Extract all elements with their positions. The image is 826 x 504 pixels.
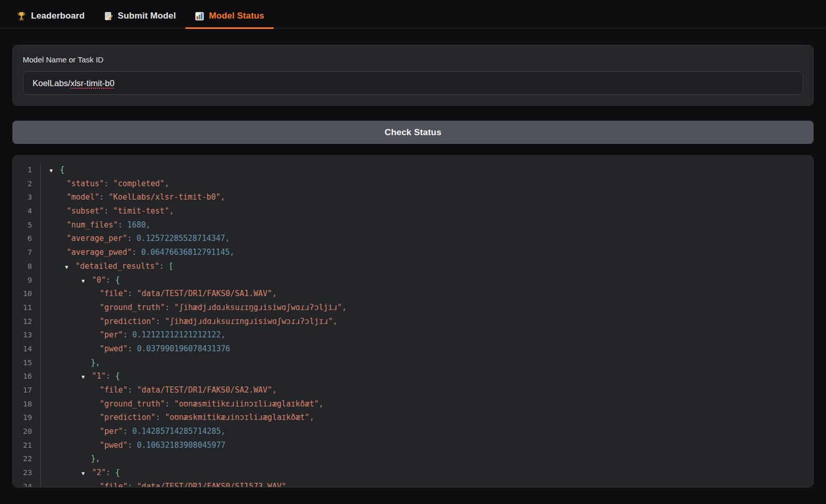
bar-chart-icon: [195, 11, 204, 21]
line-number: 8: [13, 259, 40, 273]
main-content: Model Name or Task ID KoelLabs/xlsr-timi…: [0, 45, 826, 487]
memo-icon: [103, 11, 113, 21]
json-line: 4"subset": "timit-test",: [13, 204, 813, 218]
tab-model-status-label: Model Status: [209, 11, 264, 21]
line-number: 7: [13, 246, 40, 259]
json-line: 17"file": "data/TEST/DR1/FAKS0/SA2.WAV",: [13, 383, 813, 397]
json-line: 11"ground_truth": "ʃihædjɹdɑɹksuɾɪŋgɹisi…: [13, 301, 813, 315]
json-line: 14"pwed": 0.037990196078431376: [13, 342, 813, 356]
tab-leaderboard-label: Leaderboard: [31, 11, 85, 21]
json-line: 24"file": "data/TEST/DR1/FAKS0/SI1573.WA…: [13, 480, 813, 487]
json-line: 19"prediction": "oʊnæskmitikæɹinɔɪliɹægl…: [13, 411, 813, 425]
json-line: 18"ground_truth": "oʊnæsmitikɛɹiinɔɪliɹæ…: [13, 397, 813, 411]
model-input-label: Model Name or Task ID: [23, 55, 803, 64]
line-number: 11: [13, 301, 40, 315]
line-number: 10: [13, 287, 40, 301]
json-line: 12"prediction": "ʃihædjɹdɑɹksuɾɪngɹisiwɑ…: [13, 315, 813, 329]
line-number: 13: [13, 328, 40, 342]
json-line: 22},: [13, 452, 813, 466]
collapse-triangle-icon[interactable]: ▼: [82, 274, 92, 287]
json-line: 23▼"2": {: [13, 466, 813, 480]
line-number: 2: [13, 177, 40, 191]
tab-submit-model-label: Submit Model: [118, 11, 176, 21]
line-number: 21: [13, 438, 40, 452]
line-number: 4: [13, 204, 40, 218]
collapse-triangle-icon[interactable]: ▼: [82, 467, 92, 480]
json-line: 7"average_pwed": 0.06476636812791145,: [13, 246, 813, 259]
line-number: 20: [13, 425, 40, 438]
json-line: 15},: [13, 356, 813, 370]
line-number: 16: [13, 369, 40, 383]
json-line: 6"average_per": 0.12572285528714347,: [13, 232, 813, 246]
json-line: 13"per": 0.12121212121212122,: [13, 328, 813, 342]
check-status-button[interactable]: Check Status: [12, 121, 814, 144]
collapse-triangle-icon[interactable]: ▼: [82, 370, 92, 383]
line-number: 18: [13, 397, 40, 411]
json-line: 5"num_files": 1680,: [13, 218, 813, 232]
tab-bar: Leaderboard Submit Model Model Status: [0, 0, 826, 28]
line-number: 12: [13, 315, 40, 329]
model-name-value-prefix: KoelLabs/: [33, 78, 70, 88]
line-number: 5: [13, 218, 40, 232]
line-number: 24: [13, 480, 40, 487]
line-number: 9: [13, 273, 40, 287]
line-number: 19: [13, 411, 40, 425]
json-line: 8▼"detailed_results": [: [13, 259, 813, 273]
collapse-triangle-icon[interactable]: ▼: [65, 261, 75, 273]
line-number: 3: [13, 190, 40, 204]
json-line: 9▼"0": {: [13, 273, 813, 287]
model-name-value-flagged: xlsr-timit-b0: [70, 78, 114, 88]
model-input-panel: Model Name or Task ID KoelLabs/xlsr-timi…: [12, 45, 814, 106]
trophy-icon: [17, 11, 26, 21]
json-line: 16▼"1": {: [13, 369, 813, 383]
line-number: 14: [13, 342, 40, 356]
json-line: 21"pwed": 0.10632183908045977: [13, 438, 813, 452]
json-line: 3"model": "KoelLabs/xlsr-timit-b0",: [13, 190, 813, 204]
line-number: 1: [13, 163, 40, 177]
tab-submit-model[interactable]: Submit Model: [94, 5, 185, 29]
json-line: 10"file": "data/TEST/DR1/FAKS0/SA1.WAV",: [13, 287, 813, 301]
line-number: 22: [13, 452, 40, 466]
model-name-input[interactable]: KoelLabs/xlsr-timit-b0: [23, 71, 803, 95]
collapse-triangle-icon[interactable]: ▼: [50, 164, 60, 177]
line-number: 23: [13, 466, 40, 480]
line-number: 6: [13, 232, 40, 246]
json-line: 2"status": "completed",: [13, 177, 813, 191]
line-number: 17: [13, 383, 40, 397]
json-line: 1▼{: [13, 163, 813, 177]
tab-leaderboard[interactable]: Leaderboard: [7, 5, 94, 29]
line-number: 15: [13, 356, 40, 370]
json-line: 20"per": 0.14285714285714285,: [13, 425, 813, 438]
tab-model-status[interactable]: Model Status: [185, 5, 274, 29]
json-viewer[interactable]: 1▼{2"status": "completed",3"model": "Koe…: [12, 155, 814, 487]
